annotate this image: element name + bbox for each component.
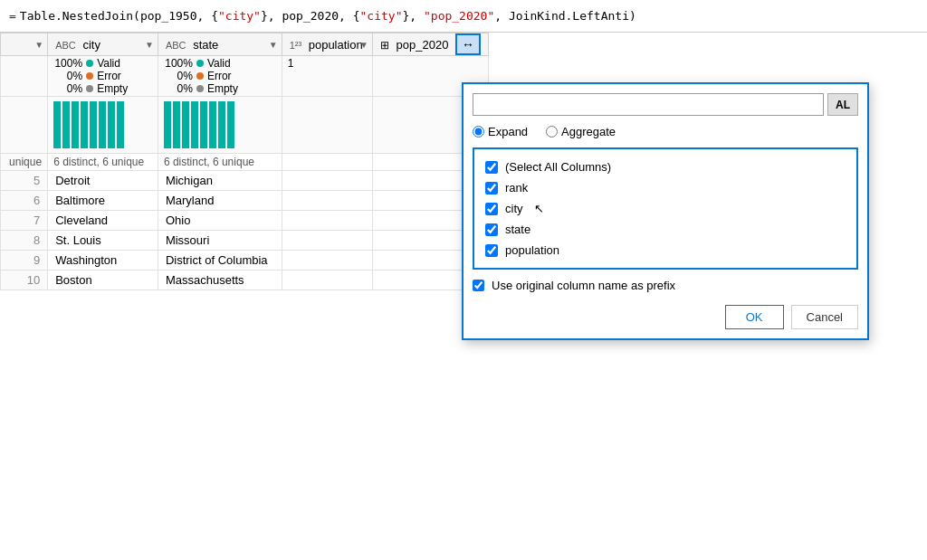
- bar-6: [99, 101, 106, 148]
- data-table: ▼ ABC city ▼ ABC state ▼ 1²³ population …: [0, 33, 489, 290]
- bar-s3: [182, 101, 189, 148]
- col-header-population[interactable]: 1²³ population ▼: [282, 33, 372, 56]
- expand-column-button[interactable]: ↔: [455, 33, 481, 55]
- row-pop-7: [282, 211, 372, 231]
- state-bar-chart: [158, 97, 282, 154]
- valid-dot-state: [196, 60, 204, 67]
- row-state-9: District of Columbia: [158, 251, 282, 271]
- row-state-8: Missouri: [158, 231, 282, 251]
- table-row: 8 St. Louis Missouri: [1, 231, 489, 251]
- checkbox-rank[interactable]: rank: [485, 177, 846, 198]
- row-num-9: 9: [1, 251, 48, 271]
- error-dot-state: [196, 72, 204, 80]
- table-row: 6 Baltimore Maryland: [1, 191, 489, 211]
- checkbox-city[interactable]: city ↖: [485, 198, 846, 219]
- row-num-5: 5: [1, 171, 48, 191]
- checkbox-population[interactable]: population: [485, 240, 846, 261]
- checkbox-population-input[interactable]: [485, 244, 498, 257]
- population-distinct: [282, 154, 372, 171]
- city-distinct: 6 distinct, 6 unique: [48, 154, 158, 171]
- bar-s5: [200, 101, 207, 148]
- row-state-10: Massachusetts: [158, 271, 282, 290]
- row-pop-9: [282, 251, 372, 271]
- distinct-row: unique 6 distinct, 6 unique 6 distinct, …: [1, 154, 489, 171]
- prefix-row: Use original column name as prefix: [473, 279, 858, 292]
- table-container: ▼ ABC city ▼ ABC state ▼ 1²³ population …: [0, 33, 927, 560]
- button-row: OK Cancel: [473, 305, 858, 329]
- search-row: AL: [473, 93, 858, 116]
- bar-s1: [164, 101, 171, 148]
- bar-1: [53, 101, 61, 148]
- bar-s7: [218, 101, 225, 148]
- formula-equals: =: [9, 9, 16, 23]
- row-state-7: Ohio: [158, 211, 282, 231]
- bar-4: [81, 101, 88, 148]
- bar-s2: [173, 101, 180, 148]
- table-row: 10 Boston Massachusetts: [1, 271, 489, 290]
- row-pop-10: [282, 271, 372, 290]
- checkbox-city-input[interactable]: [485, 203, 498, 215]
- empty-dot-state: [196, 85, 204, 92]
- population-bar: [282, 97, 372, 154]
- checkbox-state-input[interactable]: [485, 223, 498, 236]
- aggregate-radio-input[interactable]: [546, 126, 558, 138]
- row-city-10: Boston: [48, 271, 158, 290]
- search-input[interactable]: [473, 93, 824, 116]
- prefix-checkbox[interactable]: [473, 280, 484, 291]
- population-stats: 1: [282, 56, 372, 97]
- row-state-6: Maryland: [158, 191, 282, 211]
- city-stats-valid: 100% Valid 0% Error 0% Empty: [48, 56, 158, 97]
- row-num-6: 6: [1, 191, 48, 211]
- bar-8: [117, 101, 124, 148]
- stats-row-pcts: 100% Valid 0% Error 0% Empty: [1, 56, 489, 97]
- checkbox-rank-input[interactable]: [485, 182, 498, 195]
- row-pop-8: [282, 231, 372, 251]
- state-stats-valid: 100% Valid 0% Error 0% Empty: [158, 56, 282, 97]
- state-distinct: 6 distinct, 6 unique: [158, 154, 282, 171]
- row-city-8: St. Louis: [48, 231, 158, 251]
- expand-radio[interactable]: Expand: [473, 125, 528, 138]
- radio-row: Expand Aggregate: [473, 125, 858, 138]
- col-header-state[interactable]: ABC state ▼: [158, 33, 282, 56]
- row-city-6: Baltimore: [48, 191, 158, 211]
- col-header-city[interactable]: ABC city ▼: [48, 33, 158, 56]
- error-dot-city: [86, 72, 93, 80]
- row-city-7: Cleveland: [48, 211, 158, 231]
- cancel-button[interactable]: Cancel: [791, 305, 858, 329]
- row-num-10: 10: [1, 271, 48, 290]
- table-row: 9 Washington District of Columbia: [1, 251, 489, 271]
- checkbox-state[interactable]: state: [485, 219, 846, 240]
- formula-bar: = Table.NestedJoin(pop_1950, {"city"}, p…: [0, 0, 927, 33]
- col-header-pop2020[interactable]: ⊞ pop_2020 ↔: [372, 33, 488, 56]
- row-num-8: 8: [1, 231, 48, 251]
- aggregate-radio[interactable]: Aggregate: [546, 125, 616, 138]
- row-pop-5: [282, 171, 372, 191]
- bar-chart-row: [1, 97, 489, 154]
- bar-7: [108, 101, 115, 148]
- checkbox-select-all[interactable]: (Select All Columns): [485, 157, 846, 177]
- checkbox-select-all-input[interactable]: [485, 161, 498, 174]
- table-row: 5 Detroit Michigan: [1, 171, 489, 191]
- al-button[interactable]: AL: [827, 93, 858, 116]
- row-num-7: 7: [1, 211, 48, 231]
- ok-button[interactable]: OK: [725, 305, 784, 329]
- valid-dot-city: [86, 60, 93, 67]
- expand-panel: AL Expand Aggregate (Select All Columns)…: [462, 82, 869, 340]
- table-row: 7 Cleveland Ohio: [1, 211, 489, 231]
- bar-s8: [227, 101, 234, 148]
- expand-radio-input[interactable]: [473, 126, 484, 138]
- distinct-left: unique: [1, 154, 48, 171]
- bar-5: [90, 101, 97, 148]
- stats-left-spacer: [1, 56, 48, 97]
- columns-box: (Select All Columns) rank city ↖ state p…: [473, 147, 858, 270]
- city-bar-chart: [48, 97, 158, 154]
- cursor-icon: ↖: [534, 202, 544, 215]
- bar-2: [62, 101, 70, 148]
- empty-dot-city: [86, 85, 93, 92]
- col-header-filter[interactable]: ▼: [1, 33, 48, 56]
- bar-left-spacer: [1, 97, 48, 154]
- bar-3: [72, 101, 79, 148]
- row-state-5: Michigan: [158, 171, 282, 191]
- bar-s4: [191, 101, 198, 148]
- formula-text: Table.NestedJoin(pop_1950, {"city"}, pop…: [20, 9, 636, 23]
